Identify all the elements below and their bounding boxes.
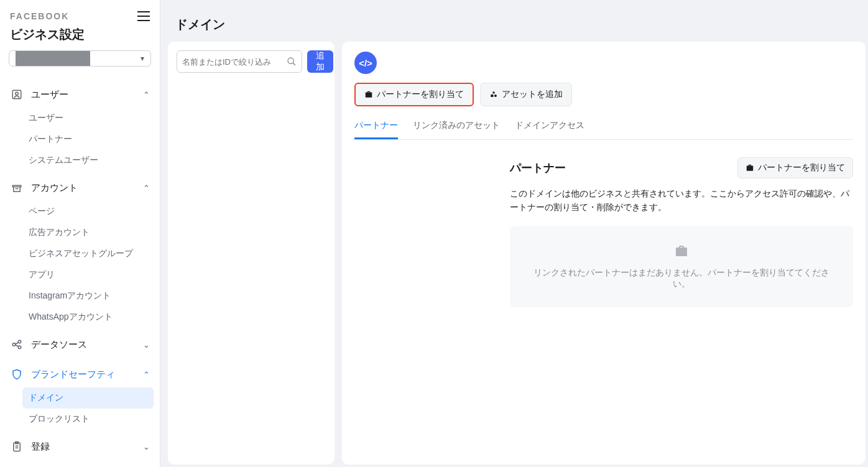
sidebar-item-apps[interactable]: アプリ [22, 264, 154, 285]
chevron-up-icon: ⌃ [143, 90, 150, 99]
sidebar-item-system-users[interactable]: システムユーザー [22, 150, 154, 171]
nav-label: 登録 [31, 441, 143, 453]
add-button[interactable]: 追加 [307, 50, 333, 73]
svg-point-3 [18, 340, 21, 343]
user-icon [10, 88, 24, 101]
button-label: パートナーを割り当て [758, 162, 845, 173]
search-wrap [177, 50, 302, 73]
sidebar-item-partners[interactable]: パートナー [22, 129, 154, 150]
sidebar-item-instagram[interactable]: Instagramアカウント [22, 285, 154, 307]
nav-section-datasources[interactable]: データソース ⌄ [6, 331, 154, 358]
partner-title: パートナー [510, 160, 566, 175]
chevron-up-icon: ⌃ [143, 183, 150, 193]
empty-state: リンクされたパートナーはまだありません。パートナーを割り当ててください。 [510, 226, 853, 307]
sidebar: FACEBOOK ビジネス設定 ▾ ユーザー ⌃ ユーザー パートナー システム… [0, 0, 160, 467]
nav-label: データソース [31, 339, 143, 351]
brand-logo: FACEBOOK [10, 11, 69, 21]
chevron-down-icon: ⌄ [143, 442, 150, 451]
code-icon: </> [354, 52, 377, 74]
nav-label: ユーザー [31, 89, 143, 101]
sidebar-item-asset-groups[interactable]: ビジネスアセットグループ [22, 243, 154, 264]
empty-message: リンクされたパートナーはまだありません。パートナーを割り当ててください。 [527, 267, 836, 290]
sidebar-item-blocklists[interactable]: ブロックリスト [22, 409, 154, 430]
share-nodes-icon [10, 338, 24, 351]
main-header: ドメイン [160, 0, 868, 42]
chevron-down-icon: ▾ [141, 54, 144, 63]
nav-section-accounts[interactable]: アカウント ⌃ [6, 175, 154, 201]
hamburger-icon[interactable] [137, 11, 150, 21]
nav-label: ブランドセーフティ [31, 369, 143, 381]
nav-section-brand-safety[interactable]: ブランドセーフティ ⌃ [6, 361, 154, 387]
tabs: パートナー リンク済みのアセット ドメインアクセス [354, 114, 853, 140]
sidebar-item-users[interactable]: ユーザー [22, 108, 154, 129]
svg-point-6 [288, 58, 293, 63]
sidebar-item-pages[interactable]: ページ [22, 201, 154, 222]
svg-point-2 [12, 343, 16, 346]
tab-partners[interactable]: パートナー [354, 114, 398, 139]
sidebar-title: ビジネス設定 [6, 25, 154, 50]
main-content: ドメイン 追加 </> パートナーを割り当て [160, 0, 868, 467]
nav-label: アカウント [31, 182, 143, 194]
chevron-down-icon: ⌄ [143, 340, 150, 349]
briefcase-icon [527, 244, 836, 262]
assign-partner-button-2[interactable]: パートナーを割り当て [737, 157, 853, 178]
shield-icon [10, 368, 24, 381]
shapes-icon [489, 90, 498, 99]
business-selector[interactable]: ▾ [9, 50, 151, 67]
nav-section-users[interactable]: ユーザー ⌃ [6, 81, 154, 108]
sidebar-item-whatsapp[interactable]: WhatsAppアカウント [22, 307, 154, 328]
sidebar-item-domains[interactable]: ドメイン [22, 387, 154, 409]
assign-partner-button[interactable]: パートナーを割り当て [354, 83, 474, 106]
clipboard-icon [10, 440, 24, 453]
search-icon [287, 57, 297, 67]
domain-list-panel: 追加 [168, 42, 335, 465]
chevron-up-icon: ⌃ [143, 370, 150, 379]
sidebar-header: FACEBOOK [6, 11, 154, 25]
svg-point-1 [16, 92, 19, 95]
sidebar-item-ad-accounts[interactable]: 広告アカウント [22, 222, 154, 243]
archive-icon [10, 181, 24, 195]
briefcase-icon [364, 90, 373, 99]
tab-linked-assets[interactable]: リンク済みのアセット [413, 114, 500, 139]
button-label: アセットを追加 [502, 89, 563, 100]
partner-section: パートナー パートナーを割り当て このドメインは他のビジネスと共有されています。… [354, 140, 853, 307]
business-name-placeholder [16, 51, 90, 66]
partner-description: このドメインは他のビジネスと共有されています。ここからアクセス許可の確認や、パー… [510, 187, 853, 214]
search-input[interactable] [182, 57, 287, 67]
briefcase-icon [746, 164, 754, 172]
domain-detail-panel: </> パートナーを割り当て アセットを追加 パートナー リンク済みのアセ [342, 42, 866, 465]
add-asset-button[interactable]: アセットを追加 [480, 83, 572, 106]
svg-point-4 [18, 346, 21, 349]
tab-domain-access[interactable]: ドメインアクセス [515, 114, 584, 139]
button-label: パートナーを割り当て [377, 89, 464, 100]
nav-section-register[interactable]: 登録 ⌄ [6, 433, 154, 460]
